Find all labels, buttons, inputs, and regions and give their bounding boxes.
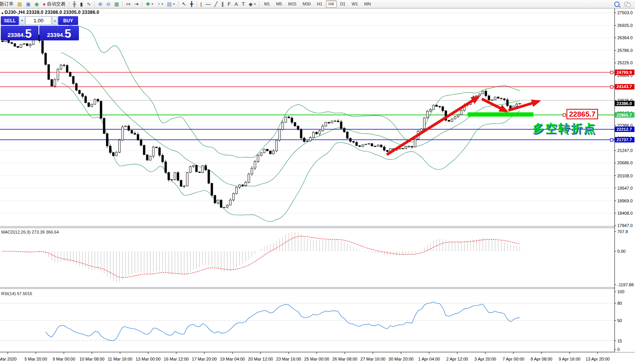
toolbar-right-icons	[614, 2, 635, 7]
cursor-icon[interactable]: ↖	[180, 0, 188, 8]
chart-profile-icon[interactable]: ▦	[15, 0, 24, 8]
buy-price-fraction: 5	[65, 28, 71, 40]
volume-decrease-button[interactable]: ▼	[19, 16, 25, 25]
candlestick-chart-icon[interactable]: ▮	[78, 0, 85, 8]
svg-text:707.8: 707.8	[617, 229, 628, 234]
chevron-down-icon[interactable]: ▾	[152, 2, 153, 6]
line-handle[interactable]	[610, 85, 613, 88]
chevron-down-icon[interactable]: ▾	[173, 2, 175, 6]
timeframe-d1[interactable]: D1	[338, 0, 348, 8]
search-icon[interactable]	[614, 2, 620, 7]
equidistant-channel-icon[interactable]: ∥	[219, 0, 226, 8]
indicators-button[interactable]: ✚▾	[144, 0, 155, 8]
toolbar-separator	[69, 1, 69, 7]
line-chart-icon[interactable]: ∿	[85, 0, 93, 8]
chat-icon[interactable]	[624, 2, 630, 6]
timeframe-m30[interactable]: M30	[300, 0, 313, 8]
timeframe-mn[interactable]: MN	[361, 0, 373, 8]
crosshair-icon: ╋	[190, 2, 193, 7]
periods-button[interactable]: ◔▾	[155, 0, 165, 8]
timeframe-m5[interactable]: M5	[273, 0, 284, 8]
buy-price[interactable]: 23394.5	[39, 26, 79, 40]
macd-signal-line	[3, 236, 520, 278]
chevron-down-icon[interactable]: ▾	[254, 2, 256, 6]
svg-text:0.00: 0.00	[617, 249, 625, 254]
text-label-icon[interactable]: T	[240, 0, 247, 8]
tile-windows-icon: ▦	[114, 2, 119, 7]
autotrading-button: ●	[43, 2, 46, 7]
line-handle[interactable]	[610, 71, 613, 74]
svg-text:50: 50	[617, 318, 622, 323]
bar-chart-icon: ╫	[73, 2, 76, 7]
vertical-line-icon[interactable]: |	[199, 0, 204, 8]
svg-text:8 Apr 08:00: 8 Apr 08:00	[531, 357, 552, 361]
auto-scroll-icon[interactable]: ↦	[124, 0, 132, 8]
pane-borders	[0, 8, 635, 352]
toolbar-separator	[197, 1, 197, 7]
bar-chart-icon[interactable]: ╫	[71, 0, 78, 8]
timeframe-h1[interactable]: H1	[314, 0, 325, 8]
new-order-button-label: 新订单	[0, 1, 13, 7]
svg-text:13 Mar 00:00: 13 Mar 00:00	[136, 357, 161, 361]
svg-text:11 Mar 16:00: 11 Mar 16:00	[108, 357, 132, 361]
timeframe-w1[interactable]: W1	[349, 0, 361, 8]
tile-windows-icon[interactable]: ▦	[112, 0, 121, 8]
time-axis[interactable]: Mar 20205 Mar 20:009 Mar 00:0010 Mar 08:…	[0, 352, 610, 361]
toolbar-separator	[94, 1, 95, 7]
volume-increase-button[interactable]: ▲	[52, 16, 58, 25]
signal-icon[interactable]: ◉	[33, 0, 41, 8]
market-watch-icon[interactable]: ▣	[24, 0, 32, 8]
svg-text:26925.0: 26925.0	[617, 23, 633, 28]
zoom-out-icon[interactable]: ⊖	[104, 0, 112, 8]
fibonacci-icon: F	[228, 2, 231, 7]
svg-text:19 Mar 04:00: 19 Mar 04:00	[220, 357, 245, 361]
svg-text:18969.0: 18969.0	[617, 199, 633, 203]
chevron-down-icon[interactable]: ▾	[162, 2, 163, 6]
trend-arrow-2[interactable]	[482, 99, 506, 111]
svg-text:26 Mar 08:00: 26 Mar 08:00	[333, 357, 358, 361]
timeframe-h4[interactable]: H4	[326, 0, 337, 8]
svg-text:Mar 2020: Mar 2020	[0, 357, 17, 361]
sell-button[interactable]: SELL	[1, 16, 19, 25]
symbol-ohlc-info: ▴DJ30-,H4 23328.0 23388.0 23305.0 23386.…	[2, 10, 99, 15]
equidistant-channel-icon: ∥	[221, 2, 224, 7]
horizontal-line-icon: —	[206, 2, 211, 7]
svg-text:20108.0: 20108.0	[617, 174, 633, 178]
svg-text:21247.0: 21247.0	[617, 148, 633, 153]
trendline-icon: ╱	[214, 2, 217, 7]
trendline-icon[interactable]: ╱	[212, 0, 219, 8]
macd-indicator-label: MACD(12,26,9) 273.39 366.64	[1, 230, 59, 234]
volume-input[interactable]	[25, 16, 52, 25]
svg-text:3 Apr 20:00: 3 Apr 20:00	[475, 357, 496, 361]
svg-text:10 Mar 08:00: 10 Mar 08:00	[80, 357, 105, 361]
svg-text:25225.0: 25225.0	[617, 60, 633, 65]
horizontal-line-icon[interactable]: —	[204, 0, 212, 8]
text-icon[interactable]: A	[233, 0, 240, 8]
rsi-pane	[0, 302, 615, 341]
crosshair-icon[interactable]: ╋	[188, 0, 195, 8]
shapes-button[interactable]: ◆▾	[247, 0, 257, 8]
market-watch-icon: ▣	[26, 2, 30, 7]
trend-arrow-3[interactable]	[508, 101, 539, 110]
support-zone[interactable]	[468, 112, 533, 117]
timeframe-m1[interactable]: M1	[261, 0, 272, 8]
line-handle[interactable]	[563, 114, 566, 117]
chart-canvas[interactable]: 27503.026925.026364.025786.025225.024664…	[0, 0, 635, 364]
svg-text:7 Apr 00:00: 7 Apr 00:00	[503, 357, 524, 361]
autotrading-button[interactable]: ●自动交易	[41, 0, 67, 8]
zoom-in-icon[interactable]: ⊕	[96, 0, 104, 8]
new-order-button[interactable]: 新订单	[0, 0, 15, 8]
indicators-button: ✚	[146, 2, 150, 7]
sell-price[interactable]: 23384.5	[1, 26, 38, 40]
buy-button[interactable]: BUY	[58, 16, 78, 25]
timeframe-m15[interactable]: M15	[286, 0, 299, 8]
mt4-window: 新订单▦▣◉●自动交易╫▮∿⊕⊖▦↦⇥✚▾◔▾▤▾↖╋|—╱∥FAT◆▾M1M5…	[0, 0, 635, 364]
svg-text:17 Mar 20:00: 17 Mar 20:00	[192, 357, 217, 361]
templates-button[interactable]: ▤▾	[165, 0, 177, 8]
main-grid	[0, 13, 615, 225]
templates-button: ▤	[167, 2, 172, 7]
chart-shift-icon[interactable]: ⇥	[132, 0, 140, 8]
svg-text:24143.7: 24143.7	[617, 84, 632, 89]
line-handle[interactable]	[610, 139, 613, 141]
fibonacci-icon[interactable]: F	[226, 0, 233, 8]
